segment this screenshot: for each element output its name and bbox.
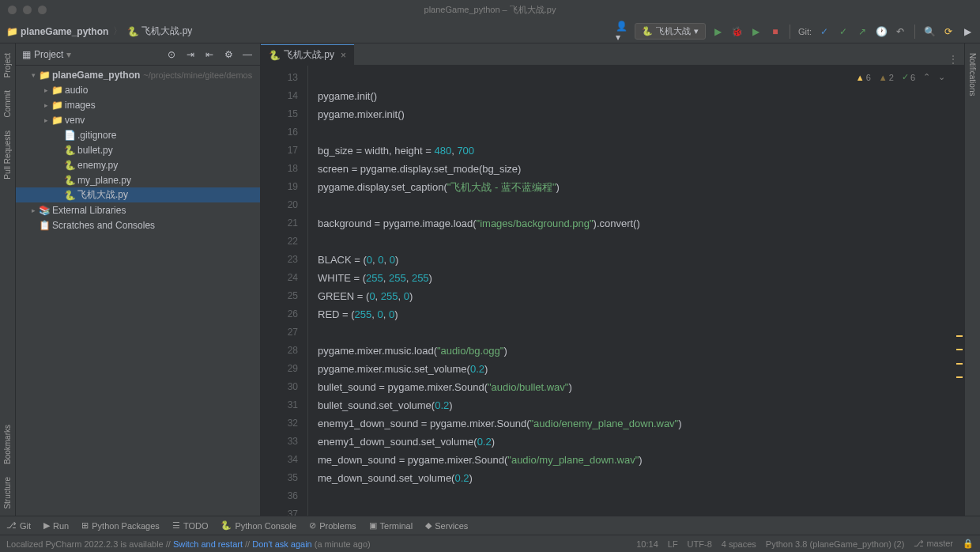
gear-icon[interactable]: ⚙: [222, 48, 235, 61]
tool-python-packages[interactable]: ⊞Python Packages: [81, 520, 160, 531]
tool-git[interactable]: ⎇Git: [6, 520, 31, 531]
tree-item[interactable]: 🐍enemy.py: [16, 157, 260, 172]
coverage-icon[interactable]: ▶: [750, 25, 763, 38]
min-dot[interactable]: [23, 6, 32, 14]
python-icon: 🐍: [63, 175, 76, 186]
tree-item-label: planeGame_python: [52, 70, 140, 81]
tree-item[interactable]: ▸📁audio: [16, 82, 260, 97]
indent[interactable]: 4 spaces: [722, 539, 756, 549]
run-icon[interactable]: ▶: [712, 25, 725, 38]
expand-icon[interactable]: ⇥: [184, 48, 197, 61]
tree-item-label: my_plane.py: [77, 175, 131, 186]
tree-item-label: bullet.py: [77, 145, 113, 156]
tree-item[interactable]: ▸📁images: [16, 97, 260, 112]
tool-todo[interactable]: ☰TODO: [172, 520, 209, 531]
tool-bookmarks[interactable]: Bookmarks: [2, 418, 13, 471]
line-ending[interactable]: LF: [668, 539, 678, 549]
chevron-down-icon: ▾: [66, 49, 71, 60]
tree-arrow-icon: ▸: [41, 86, 51, 94]
tree-item-label: External Libraries: [52, 205, 126, 216]
file-icon: 📄: [63, 130, 76, 141]
tree-arrow-icon: ▾: [28, 71, 38, 79]
git-rollback-icon[interactable]: ↶: [894, 25, 906, 38]
tree-item[interactable]: ▾📁planeGame_python~/projects/mine/gitee/…: [16, 67, 260, 82]
tree-item[interactable]: ▸📚External Libraries: [16, 202, 260, 217]
editor: 🐍 飞机大战.py × ⋮ 13141516171819202122232425…: [261, 43, 964, 516]
tree-item[interactable]: ▸📁venv: [16, 112, 260, 127]
tree-item[interactable]: 🐍bullet.py: [16, 142, 260, 157]
statusbar: Localized PyCharm 2022.2.3 is available …: [0, 535, 980, 552]
tool-python-console[interactable]: 🐍Python Console: [220, 520, 296, 531]
typo-icon: ✓: [902, 72, 909, 82]
tool-notifications[interactable]: Notifications: [967, 47, 978, 102]
max-dot[interactable]: [38, 6, 47, 14]
window-controls: [8, 6, 47, 14]
tool-run[interactable]: ▶Run: [43, 520, 69, 531]
run-config-combo[interactable]: 🐍 飞机大战 ▾: [635, 23, 706, 40]
gutter[interactable]: 1314151617181920212223242526272829303132…: [261, 66, 308, 516]
link-switch[interactable]: Switch and restart: [173, 539, 243, 549]
tree-item[interactable]: 📋Scratches and Consoles: [16, 217, 260, 233]
chevron-down-icon[interactable]: ⌄: [938, 72, 945, 82]
select-opened-icon[interactable]: ⊙: [165, 48, 178, 61]
stop-icon[interactable]: ■: [769, 25, 782, 38]
window-title: planeGame_python – 飞机大战.py: [424, 4, 556, 16]
python-icon: 🐍: [63, 145, 76, 156]
tool-project[interactable]: Project: [2, 47, 13, 84]
tree-item[interactable]: 📄.gitignore: [16, 127, 260, 142]
lib-icon: 📚: [38, 205, 51, 216]
collapse-icon[interactable]: ⇤: [203, 48, 216, 61]
tool-structure[interactable]: Structure: [2, 471, 13, 516]
sync-icon[interactable]: ⟳: [942, 25, 955, 38]
encoding[interactable]: UTF-8: [688, 539, 712, 549]
tree-item-label: enemy.py: [77, 160, 118, 171]
link-dont-ask[interactable]: Don't ask again: [252, 539, 311, 549]
close-dot[interactable]: [8, 6, 17, 14]
chevron-up-icon[interactable]: ⌃: [923, 72, 930, 82]
warning-icon: ▲: [856, 73, 865, 82]
tool-problems[interactable]: ⊘Problems: [309, 520, 356, 531]
close-icon[interactable]: ×: [341, 50, 346, 61]
interpreter[interactable]: Python 3.8 (planeGame_python) (2): [766, 539, 905, 549]
tabs-menu-icon[interactable]: ⋮: [948, 54, 964, 65]
tree-item[interactable]: 🐍my_plane.py: [16, 172, 260, 187]
python-icon: 🐍: [127, 26, 138, 37]
tool-commit[interactable]: Commit: [2, 84, 13, 123]
hide-icon[interactable]: —: [241, 48, 254, 61]
sidebar-title[interactable]: ▦ Project ▾: [22, 49, 71, 60]
tree-item[interactable]: 🐍飞机大战.py: [16, 187, 260, 202]
status-message: Localized PyCharm 2022.2.3 is available …: [6, 539, 636, 549]
cursor-position[interactable]: 10:14: [636, 539, 658, 549]
user-icon[interactable]: 👤▾: [616, 25, 628, 38]
tool-pull-requests[interactable]: Pull Requests: [2, 124, 13, 186]
folder-icon: 📁: [51, 100, 63, 111]
inspection-widget[interactable]: ▲6 ▲2 ✓6 ⌃ ⌄: [856, 72, 945, 82]
code-content[interactable]: pygame.init()pygame.mixer.init()bg_size …: [308, 66, 955, 516]
ide-icon[interactable]: ▶: [961, 25, 974, 38]
breadcrumb-project: planeGame_python: [21, 26, 108, 37]
git-push-icon[interactable]: ↗: [856, 25, 869, 38]
play-icon: ▶: [43, 520, 50, 531]
chevron-right-icon: 〉: [113, 25, 122, 38]
git-branch[interactable]: ⎇ master: [914, 539, 953, 549]
search-icon[interactable]: 🔍: [923, 25, 936, 38]
tab-file[interactable]: 🐍 飞机大战.py ×: [261, 44, 354, 65]
bottom-toolbar: ⎇Git ▶Run ⊞Python Packages ☰TODO 🐍Python…: [0, 516, 980, 535]
debug-icon[interactable]: 🐞: [731, 25, 744, 38]
lock-icon[interactable]: 🔒: [963, 539, 974, 549]
marker-bar[interactable]: [955, 66, 964, 516]
tree-item-label: Scratches and Consoles: [52, 220, 155, 231]
git-label: Git:: [798, 27, 812, 36]
folder-icon: 📁: [38, 70, 51, 81]
list-icon: ☰: [172, 520, 180, 531]
git-update-icon[interactable]: ✓: [818, 25, 831, 38]
tree-item-label: 飞机大战.py: [77, 188, 128, 202]
tree-item-path: ~/projects/mine/gitee/demos: [143, 70, 252, 80]
tool-terminal[interactable]: ▣Terminal: [369, 520, 413, 531]
weak-warning-icon: ▲: [879, 73, 888, 82]
project-tree[interactable]: ▾📁planeGame_python~/projects/mine/gitee/…: [16, 66, 260, 516]
git-commit-icon[interactable]: ✓: [837, 25, 850, 38]
tool-services[interactable]: ◆Services: [425, 520, 468, 531]
git-history-icon[interactable]: 🕐: [875, 25, 888, 38]
breadcrumb[interactable]: 📁 planeGame_python 〉 🐍 飞机大战.py: [6, 25, 192, 38]
